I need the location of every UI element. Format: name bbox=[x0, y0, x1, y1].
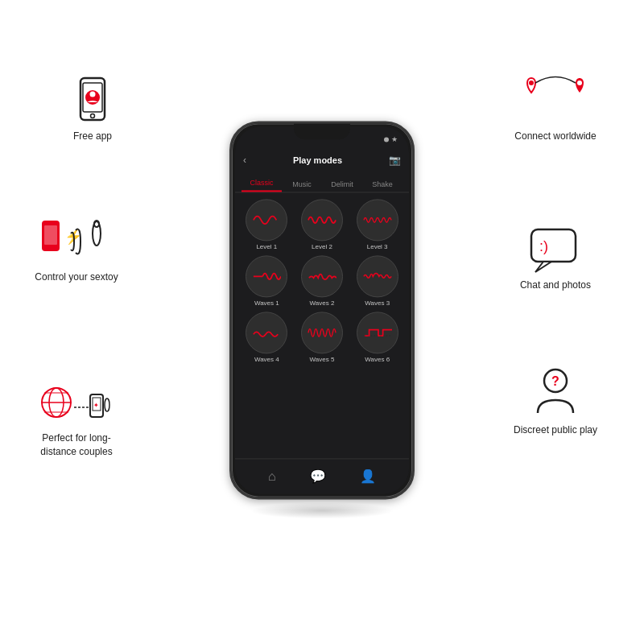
svg-point-19 bbox=[105, 398, 109, 411]
app-title: Play modes bbox=[246, 155, 389, 165]
longdist-label: Perfect for long-distance couples bbox=[24, 431, 129, 459]
mode-label-waves4: Waves 4 bbox=[254, 356, 279, 363]
free-app-label: Free app bbox=[73, 130, 112, 143]
svg-text:?: ? bbox=[551, 374, 559, 388]
feature-control: ⚡ Control your sextoy bbox=[24, 217, 129, 284]
chat-icon: :) bbox=[531, 225, 580, 274]
control-icon: ⚡ bbox=[52, 217, 101, 266]
status-icons: ★ bbox=[384, 135, 398, 143]
feature-free-app: Free app bbox=[40, 76, 145, 143]
tab-classic[interactable]: Classic bbox=[242, 179, 282, 192]
mode-waves1[interactable]: Waves 1 bbox=[242, 255, 292, 307]
svg-point-4 bbox=[91, 114, 95, 118]
signal-icon bbox=[384, 137, 389, 142]
svg-text:✦: ✦ bbox=[93, 402, 99, 409]
phone-screen: ★ ‹ Play modes 📷 Classic Music Delimit S… bbox=[235, 126, 409, 493]
app-tabs: Classic Music Delimit Shake bbox=[235, 173, 409, 192]
svg-point-21 bbox=[577, 80, 582, 85]
chat-label: Chat and photos bbox=[520, 279, 591, 292]
svg-rect-6 bbox=[44, 225, 57, 245]
mode-circle-level2[interactable] bbox=[301, 199, 343, 241]
mode-label-waves5: Waves 5 bbox=[310, 356, 335, 363]
mode-circle-level1[interactable] bbox=[246, 199, 287, 241]
mode-level3[interactable]: Level 3 bbox=[352, 199, 402, 250]
mode-label-level1: Level 1 bbox=[256, 243, 277, 250]
tab-delimit[interactable]: Delimit bbox=[322, 180, 362, 192]
discreet-label: Discreet public play bbox=[514, 423, 597, 437]
mode-circle-waves4[interactable] bbox=[246, 312, 287, 353]
mode-circle-waves2[interactable] bbox=[301, 255, 343, 297]
phone-body: ★ ‹ Play modes 📷 Classic Music Delimit S… bbox=[229, 121, 415, 499]
mode-level1[interactable]: Level 1 bbox=[242, 199, 292, 250]
tab-music[interactable]: Music bbox=[282, 180, 322, 192]
svg-rect-22 bbox=[531, 229, 576, 262]
free-app-icon bbox=[68, 76, 117, 125]
control-label: Control your sextoy bbox=[35, 270, 118, 284]
mode-label-waves2: Waves 2 bbox=[310, 299, 335, 307]
mode-circle-waves3[interactable] bbox=[357, 255, 398, 297]
phone-reflection bbox=[250, 502, 394, 518]
mode-label-waves6: Waves 6 bbox=[365, 356, 390, 363]
svg-text::): :) bbox=[539, 238, 548, 254]
bottom-nav: ⌂ 💬 👤 bbox=[235, 458, 409, 493]
feature-chat: :) Chat and photos bbox=[503, 225, 608, 292]
longdist-icon: ✦ bbox=[52, 378, 101, 427]
modes-grid: Level 1 Level 2 bbox=[235, 192, 409, 369]
mode-circle-level3[interactable] bbox=[357, 199, 398, 241]
mode-label-waves1: Waves 1 bbox=[254, 299, 279, 307]
mode-label-level3: Level 3 bbox=[367, 243, 388, 250]
bluetooth-status-icon: ★ bbox=[391, 135, 398, 143]
phone-notch bbox=[294, 123, 350, 139]
bluetooth-header-icon[interactable]: 📷 bbox=[389, 155, 401, 166]
mode-waves4[interactable]: Waves 4 bbox=[242, 312, 292, 363]
feature-longdist: ✦ Perfect for long-distance couples bbox=[24, 378, 129, 459]
discreet-icon: ? bbox=[531, 370, 580, 419]
mode-circle-waves5[interactable] bbox=[301, 312, 343, 353]
mode-label-level2: Level 2 bbox=[312, 243, 332, 250]
tab-shake[interactable]: Shake bbox=[362, 180, 402, 192]
mode-waves3[interactable]: Waves 3 bbox=[352, 255, 402, 307]
chat-nav-icon[interactable]: 💬 bbox=[310, 469, 326, 484]
feature-connect: Connect worldwide bbox=[503, 76, 608, 143]
svg-marker-23 bbox=[535, 262, 551, 272]
profile-nav-icon[interactable]: 👤 bbox=[360, 469, 376, 484]
mode-waves2[interactable]: Waves 2 bbox=[297, 255, 348, 307]
app-header: ‹ Play modes 📷 bbox=[235, 147, 409, 173]
mode-circle-waves6[interactable] bbox=[357, 312, 398, 353]
mode-circle-waves1[interactable] bbox=[246, 255, 287, 297]
mode-label-waves3: Waves 3 bbox=[365, 299, 390, 307]
mode-waves5[interactable]: Waves 5 bbox=[297, 312, 348, 363]
connect-icon bbox=[531, 76, 580, 125]
phone: ★ ‹ Play modes 📷 Classic Music Delimit S… bbox=[229, 121, 415, 507]
svg-point-20 bbox=[529, 80, 534, 85]
svg-point-3 bbox=[90, 92, 96, 97]
connect-label: Connect worldwide bbox=[514, 130, 596, 143]
home-nav-icon[interactable]: ⌂ bbox=[268, 469, 276, 484]
mode-waves6[interactable]: Waves 6 bbox=[352, 312, 402, 363]
mode-level2[interactable]: Level 2 bbox=[297, 199, 348, 250]
feature-discreet: ? Discreet public play bbox=[503, 370, 608, 437]
